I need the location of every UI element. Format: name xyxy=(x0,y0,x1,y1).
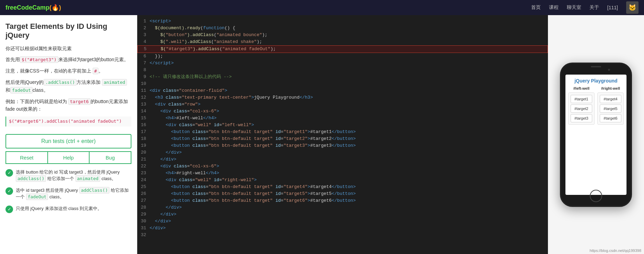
right-well-label: #right-well xyxy=(597,86,624,90)
preview-btn-target3[interactable]: #target3 xyxy=(571,114,592,122)
desc-p5: 例如：下面的代码就是给id为 target6的button元素添加fade ou… xyxy=(5,98,131,113)
svg-text:🐱: 🐱 xyxy=(629,4,636,11)
help-button[interactable]: Help xyxy=(47,151,89,164)
code-line: 28 </div> xyxy=(137,204,548,211)
code-example: $("#target6").addClass("animated fadeOut… xyxy=(5,117,131,126)
code-line: 17 <button class="btn btn-default target… xyxy=(137,129,548,135)
test-text-1: 选择 button 给它的 id 写成 target3，然后使用 jQuery … xyxy=(16,169,131,182)
preview-title: jQuery Playground xyxy=(568,78,624,84)
check-icon-3: ✓ xyxy=(5,206,13,213)
check-icon-2: ✓ xyxy=(5,187,13,195)
watermark: https://blog.csdn.net/qq199398 xyxy=(590,249,641,253)
code-line: 10 xyxy=(137,80,548,87)
nav-about[interactable]: 关于 xyxy=(589,4,599,11)
code-line: 30 </div> xyxy=(137,218,548,225)
code-inline-6: target6 xyxy=(68,98,91,105)
phone-speaker xyxy=(591,66,601,67)
code-line: 29 </div> xyxy=(137,211,548,218)
code-line: 20 </div> xyxy=(137,149,548,156)
preview-btn-target2[interactable]: #target2 xyxy=(571,104,592,113)
code-line: 7 </script> xyxy=(137,60,548,67)
code-line: 2 $(document).ready(function() { xyxy=(137,25,548,32)
ti2-c2: fadeOut xyxy=(26,194,48,200)
header: freeCodeCamp(🔥) 首页 课程 聊天室 关于 [111] 🐱 xyxy=(0,0,644,15)
preview-wells: #left-well #target1 #target2 #target3 #r… xyxy=(568,86,624,125)
lesson-title: Target Elements by ID Using jQuery xyxy=(5,22,131,40)
left-well-label: #left-well xyxy=(568,86,595,90)
desc-p2: 首先用$("#target3")来选择id为target3的button元素。 xyxy=(5,56,131,64)
nav-badge: [111] xyxy=(607,5,618,10)
preview-btn-target6[interactable]: #target6 xyxy=(600,114,621,122)
desc-p1: 你还可以根据id属性来获取元素 xyxy=(5,45,131,52)
main: Target Elements by ID Using jQuery 你还可以根… xyxy=(0,15,644,254)
right-well-preview: #right-well #target4 #target5 #target6 xyxy=(597,86,624,125)
nav-home[interactable]: 首页 xyxy=(531,4,541,11)
code-line: 18 <button class="btn btn-default target… xyxy=(137,135,548,142)
left-well-box: #target1 #target2 #target3 xyxy=(568,92,595,125)
phone-camera xyxy=(608,69,610,71)
code-line: 3 $("button").addClass("animated bounce"… xyxy=(137,32,548,38)
preview-content: jQuery Playground #left-well #target1 #t… xyxy=(565,75,627,195)
code-line: 4 $(".well").addClass("animated shake"); xyxy=(137,38,548,45)
code-line: 32 xyxy=(137,232,548,239)
nav: 首页 课程 聊天室 关于 [111] 🐱 xyxy=(531,1,639,14)
code-inline-3: .addClass() xyxy=(44,79,77,86)
code-inline-5: fadeOut xyxy=(10,87,33,93)
reset-button[interactable]: Reset xyxy=(5,151,47,164)
code-line: 6 }); xyxy=(137,53,548,60)
check-icon-1: ✓ xyxy=(5,169,13,177)
code-editor[interactable]: 1 <script> 2 $(document).ready(function(… xyxy=(137,15,548,254)
desc-p4: 然后使用jQuery的.addClass()方法来添加 animated和fad… xyxy=(5,78,131,94)
logo-flame: (🔥) xyxy=(49,4,61,11)
preview-btn-target1[interactable]: #target1 xyxy=(571,95,592,103)
code-line: 12 <h3 class="text-primary text-center">… xyxy=(137,94,548,101)
code-line: 19 <button class="btn btn-default target… xyxy=(137,142,548,149)
code-line: 21 </div> xyxy=(137,156,548,163)
preview-btn-target5[interactable]: #target5 xyxy=(600,104,621,113)
right-panel: jQuery Playground #left-well #target1 #t… xyxy=(548,15,644,254)
phone-frame: jQuery Playground #left-well #target1 #t… xyxy=(560,63,632,207)
code-inline-2: # xyxy=(93,68,99,74)
run-tests-button[interactable]: Run tests (ctrl + enter) xyxy=(5,134,131,148)
lesson-desc: 你还可以根据id属性来获取元素 首先用$("#target3")来选择id为ta… xyxy=(5,45,131,126)
code-line: 22 <div class="col-xs-6"> xyxy=(137,163,548,170)
ti2-c1: addClass() xyxy=(79,187,109,194)
code-line: 26 <button class="btn btn-default target… xyxy=(137,190,548,197)
code-line: 24 <div class="well" id="right-well"> xyxy=(137,177,548,184)
code-line: 25 <button class="btn btn-default target… xyxy=(137,184,548,190)
test-text-3: 只使用 jQuery 来添加这些 class 到元素中。 xyxy=(16,205,102,212)
code-line: 9 <!-- 请只修改这条注释以上的代码 --> xyxy=(137,74,548,80)
avatar[interactable]: 🐱 xyxy=(626,1,639,14)
code-area: 1 <script> 2 $(document).ready(function(… xyxy=(137,15,548,254)
nav-chat[interactable]: 聊天室 xyxy=(567,4,581,11)
phone-home-button xyxy=(590,190,602,202)
code-line: 8 xyxy=(137,67,548,74)
preview-btn-target4[interactable]: #target4 xyxy=(600,95,621,103)
code-inline-1: $("#target3") xyxy=(20,56,58,63)
code-line: 31 </div> xyxy=(137,225,548,232)
desc-p3: 注意，就像CSS一样，在id的名字前加上 #。 xyxy=(5,67,131,75)
ti1-c1: addclass() xyxy=(16,175,46,182)
code-line: 13 <div class="row"> xyxy=(137,101,548,108)
bottom-buttons: Reset Help Bug xyxy=(5,151,131,164)
left-panel: Target Elements by ID Using jQuery 你还可以根… xyxy=(0,15,137,254)
ti1-c2: animated xyxy=(75,175,101,182)
bug-button[interactable]: Bug xyxy=(89,151,131,164)
test-item-3: ✓ 只使用 jQuery 来添加这些 class 到元素中。 xyxy=(5,205,131,213)
code-line: 1 <script> xyxy=(137,18,548,25)
phone-screen: jQuery Playground #left-well #target1 #t… xyxy=(565,75,627,195)
test-item-2: ✓ 选中 id target3 然后使用 jQuery addClass() 给… xyxy=(5,187,131,200)
code-line: 11 <div class="container-fluid"> xyxy=(137,87,548,94)
test-results: ✓ 选择 button 给它的 id 写成 target3，然后使用 jQuer… xyxy=(5,169,131,213)
code-line-highlighted: 5 $("#target3").addClass("animated fadeO… xyxy=(137,45,548,53)
code-line: 23 <h4>#right-well</h4> xyxy=(137,170,548,177)
code-inline-4: animated xyxy=(102,79,127,86)
nav-courses[interactable]: 课程 xyxy=(549,4,559,11)
left-well-preview: #left-well #target1 #target2 #target3 xyxy=(568,86,595,125)
test-item-1: ✓ 选择 button 给它的 id 写成 target3，然后使用 jQuer… xyxy=(5,169,131,182)
code-line: 14 <div class="col-xs-6"> xyxy=(137,108,548,115)
logo: freeCodeCamp(🔥) xyxy=(5,4,61,11)
code-line: 27 <button class="btn btn-default target… xyxy=(137,197,548,204)
test-text-2: 选中 id target3 然后使用 jQuery addClass() 给它添… xyxy=(16,187,131,200)
logo-free: freeCodeCamp xyxy=(5,4,49,11)
